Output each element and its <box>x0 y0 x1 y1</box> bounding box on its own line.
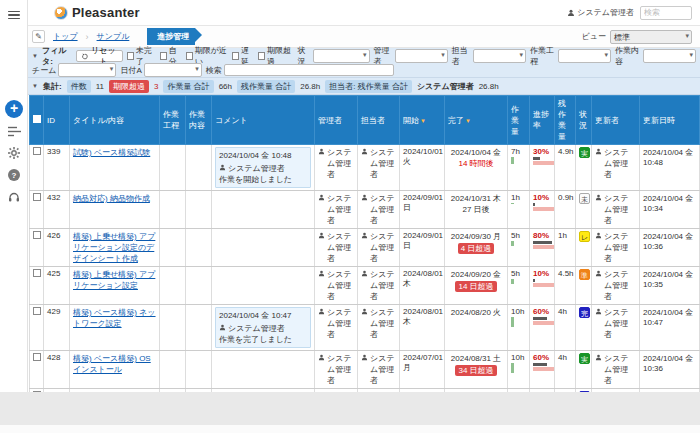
cell-updater: システム管理者 <box>592 267 640 305</box>
row-checkbox[interactable] <box>33 307 41 315</box>
app-window: + ? Pleasanter システム管理者 ✎ トップ › <box>0 0 700 433</box>
comment-date: 2024/10/04 金 10:48 <box>219 150 307 161</box>
column-header[interactable]: 作業内容 <box>186 96 212 145</box>
sort-icon: ▼ <box>420 118 426 124</box>
column-header[interactable]: 残作業量 <box>555 96 576 145</box>
comment-box: 2024/10/04 金 10:48システム管理者作業を開始しました <box>215 147 311 188</box>
progress-bar <box>533 279 557 287</box>
cell-title: 構築) 上乗せ構築) アプリケーション設定のデザインシート作成 <box>70 229 160 267</box>
cell-manager: システム管理者 <box>315 267 358 305</box>
work-bar <box>511 203 514 204</box>
column-header[interactable]: 担当者 <box>358 96 400 145</box>
filter-reset-button[interactable]: リセット <box>76 50 123 62</box>
filter-search-input[interactable] <box>224 64 394 76</box>
user-icon <box>318 270 325 277</box>
user-chip: システム管理者 <box>361 231 396 264</box>
cell-work: 5h <box>508 229 530 267</box>
process-filter-select[interactable] <box>558 49 611 63</box>
cell-progress: 10% <box>530 191 555 229</box>
cell-work: 10h <box>508 305 530 351</box>
select-all-checkbox[interactable] <box>33 115 41 123</box>
row-checkbox[interactable] <box>33 231 41 239</box>
cell-updater: システム管理者 <box>592 145 640 191</box>
column-header[interactable]: 更新者 <box>592 96 640 145</box>
cell-owner: システム管理者 <box>358 229 400 267</box>
user-icon <box>595 270 602 277</box>
cell-updater: システム管理者 <box>592 191 640 229</box>
issue-title-link[interactable]: 構築) 上乗せ構築) アプリケーション設定のデザインシート作成 <box>73 232 155 263</box>
breadcrumb-top[interactable]: トップ <box>53 31 78 42</box>
row-checkbox[interactable] <box>33 147 41 155</box>
current-user[interactable]: システム管理者 <box>567 7 634 18</box>
cell-id: 426 <box>44 229 70 267</box>
column-header[interactable]: 状況 <box>576 96 592 145</box>
cell-content <box>186 351 212 389</box>
progress-bar <box>533 203 557 211</box>
help-icon[interactable]: ? <box>0 164 28 186</box>
column-header[interactable]: ID <box>44 96 70 145</box>
owner-filter-select[interactable] <box>473 49 526 63</box>
row-checkbox[interactable] <box>33 353 41 361</box>
user-icon <box>318 148 325 155</box>
edit-pencil-icon[interactable]: ✎ <box>32 30 45 43</box>
support-headset-icon[interactable] <box>0 186 28 208</box>
user-icon <box>595 232 602 239</box>
cell-remaining: 4.5h <box>555 267 576 305</box>
cell-due: 2024/10/31 木27 日後 <box>445 191 508 229</box>
cell-remaining: 0.9h <box>555 191 576 229</box>
column-header[interactable]: 完了▼ <box>445 96 508 145</box>
global-search-input[interactable] <box>640 6 692 20</box>
cell-process <box>160 267 186 305</box>
select-all-header[interactable] <box>30 96 44 145</box>
content-filter-select[interactable] <box>643 49 696 63</box>
cell-due: 2024/09/30 月4 日超過 <box>445 229 508 267</box>
comment-box: 2024/10/04 金 10:47システム管理者作業を完了しました <box>215 307 311 348</box>
row-checkbox[interactable] <box>33 269 41 277</box>
column-header[interactable]: 管理者 <box>315 96 358 145</box>
user-icon <box>595 148 602 155</box>
cell-remaining: 4.9h <box>555 145 576 191</box>
team-filter-select[interactable] <box>58 63 116 77</box>
view-label: ビュー <box>582 31 606 42</box>
issue-title-link[interactable]: 構築) 上乗せ構築) アプリケーション設定 <box>73 270 155 290</box>
list-icon[interactable] <box>0 120 28 142</box>
user-chip: システム管理者 <box>219 323 285 334</box>
issue-title-link[interactable]: 納品対応) 納品物作成 <box>73 194 150 203</box>
user-icon <box>318 308 325 315</box>
work-total-value: 66h <box>219 82 232 91</box>
owner-filter-label: 担当者 <box>452 45 471 67</box>
owner-remaining-user: システム管理者 <box>417 81 474 92</box>
user-icon <box>567 9 575 17</box>
date-filter-select[interactable] <box>144 63 202 77</box>
cell-process <box>160 351 186 389</box>
column-header[interactable]: 更新日時 <box>640 96 700 145</box>
column-header[interactable]: 進捗率 <box>530 96 555 145</box>
column-header[interactable]: 作業量 <box>508 96 530 145</box>
new-item-icon[interactable]: + <box>0 98 28 120</box>
status-filter-select[interactable] <box>313 49 369 63</box>
menu-icon[interactable] <box>0 4 28 26</box>
settings-gear-icon[interactable] <box>0 142 28 164</box>
cell-content <box>186 305 212 351</box>
column-header[interactable]: 開始▼ <box>400 96 445 145</box>
manager-filter-select[interactable] <box>395 49 448 63</box>
column-header[interactable]: 作業工程 <box>160 96 186 145</box>
cell-comment: 2024/10/04 金 10:48システム管理者作業を開始しました <box>212 145 315 191</box>
cell-start: 2024/10/01 火 <box>400 145 445 191</box>
collapse-triangle-icon[interactable]: ▼ <box>32 53 38 59</box>
collapse-triangle-icon[interactable]: ▼ <box>32 83 38 89</box>
issue-title-link[interactable]: 試験) ベース構築試験 <box>73 148 150 157</box>
breadcrumb-current: 進捗管理 <box>147 28 195 45</box>
column-header[interactable]: コメント <box>212 96 315 145</box>
reset-icon <box>82 53 88 60</box>
chevron-right-icon: › <box>86 32 89 42</box>
cell-manager: システム管理者 <box>315 229 358 267</box>
breadcrumb-sample[interactable]: サンプル <box>97 31 130 42</box>
view-select[interactable]: 標準 <box>610 30 692 44</box>
pleasanter-logo[interactable]: Pleasanter <box>54 5 140 20</box>
row-checkbox[interactable] <box>33 193 41 201</box>
column-header[interactable]: タイトル/内容 <box>70 96 160 145</box>
issue-title-link[interactable]: 構築) ベース構築) OSインストール <box>73 354 151 374</box>
cell-due: 2024/08/31 土34 日超過 <box>445 351 508 389</box>
issue-title-link[interactable]: 構築) ベース構築) ネットワーク設定 <box>73 308 156 328</box>
